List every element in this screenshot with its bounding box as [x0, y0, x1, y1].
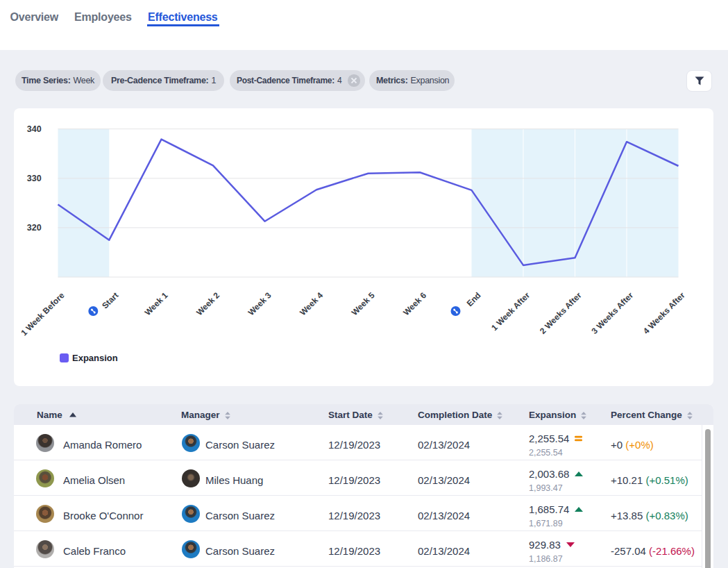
svg-text:330: 330 — [27, 174, 42, 183]
svg-text:Start: Start — [100, 290, 120, 310]
svg-text:Week 4: Week 4 — [298, 290, 325, 317]
svg-text:Expansion: Expansion — [72, 353, 118, 363]
svg-text:3 Weeks After: 3 Weeks After — [590, 290, 636, 336]
svg-text:Week 2: Week 2 — [194, 290, 221, 317]
svg-text:Week 1: Week 1 — [143, 290, 170, 317]
svg-text:1 Week After: 1 Week After — [489, 290, 532, 333]
svg-text:Week 6: Week 6 — [401, 290, 428, 317]
svg-text:340: 340 — [27, 124, 42, 134]
svg-text:End: End — [465, 290, 483, 308]
svg-text:2 Weeks After: 2 Weeks After — [538, 290, 584, 336]
svg-text:1 Week Before: 1 Week Before — [19, 290, 66, 337]
svg-text:320: 320 — [27, 223, 42, 233]
svg-text:Week 3: Week 3 — [246, 290, 273, 317]
svg-text:4 Weeks After: 4 Weeks After — [641, 290, 687, 336]
svg-text:Week 5: Week 5 — [350, 290, 377, 317]
